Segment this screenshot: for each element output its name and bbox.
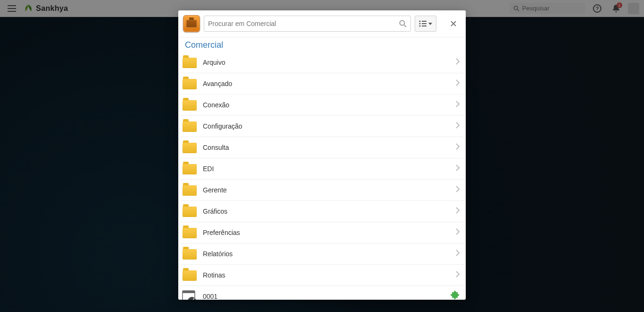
folder-icon [182, 55, 197, 70]
list-item-label: Conexão [203, 101, 450, 109]
breadcrumb: Comercial [178, 37, 466, 52]
view-mode-dropdown[interactable] [415, 16, 436, 32]
list-item-label: Preferências [203, 229, 450, 236]
chevron-right-icon [455, 249, 460, 259]
folder-icon [182, 204, 197, 219]
folder-icon [182, 97, 197, 113]
list-item[interactable]: Rotinas [180, 265, 464, 286]
list-item-label: Avançado [203, 80, 450, 87]
list-item[interactable]: Consulta [180, 137, 464, 158]
list-item-label: Gerente [203, 186, 450, 194]
svg-point-6 [419, 26, 421, 27]
breadcrumb-comercial[interactable]: Comercial [185, 40, 223, 50]
list-item[interactable]: Preferências [180, 222, 464, 243]
list-item[interactable]: EDI [180, 158, 464, 180]
list-item-label: Arquivo [203, 59, 450, 66]
list-item[interactable]: Avançado [180, 73, 464, 95]
svg-point-4 [419, 21, 421, 22]
list-item[interactable]: Gráficos [180, 201, 464, 222]
folder-icon [182, 182, 197, 198]
dashboard-icon [182, 289, 197, 300]
modal-search-input[interactable] [208, 20, 396, 27]
folder-icon [182, 119, 197, 134]
list-item-label: 0001 [203, 293, 445, 300]
chevron-right-icon [455, 143, 460, 152]
folder-icon [182, 76, 197, 91]
caret-down-icon [428, 23, 432, 25]
chevron-right-icon [455, 207, 460, 216]
list-item[interactable]: Configuração [180, 116, 464, 137]
folder-icon [182, 161, 197, 176]
folder-icon [182, 225, 197, 240]
folder-icon [182, 140, 197, 155]
chevron-right-icon [455, 121, 460, 131]
module-comercial-icon [183, 15, 200, 32]
list-item-label: Gráficos [203, 208, 450, 215]
list-item-label: EDI [203, 165, 450, 173]
chevron-right-icon [455, 185, 460, 195]
folder-icon [182, 268, 197, 283]
module-list[interactable]: ArquivoAvançadoConexãoConfiguraçãoConsul… [178, 52, 466, 300]
module-browser-modal: Comercial ArquivoAvançadoConexãoConfigur… [178, 10, 466, 300]
chevron-right-icon [455, 228, 460, 237]
list-item[interactable]: Arquivo [180, 52, 464, 73]
list-item[interactable]: Gerente [180, 180, 464, 201]
close-modal-button[interactable] [447, 17, 460, 30]
svg-point-5 [419, 23, 421, 25]
svg-rect-8 [183, 291, 195, 293]
chevron-right-icon [455, 79, 460, 88]
list-item-label: Relatórios [203, 250, 450, 258]
chevron-right-icon [455, 58, 460, 67]
list-item-label: Configuração [203, 122, 450, 130]
chevron-right-icon [455, 270, 460, 280]
search-icon [399, 20, 407, 27]
list-item[interactable]: Conexão [180, 95, 464, 116]
close-icon [450, 20, 457, 27]
list-item[interactable]: Relatórios [180, 243, 464, 265]
chevron-right-icon [455, 100, 460, 110]
list-item-label: Rotinas [203, 271, 450, 279]
plugin-puzzle-icon [451, 291, 460, 300]
list-item-label: Consulta [203, 144, 450, 151]
list-icon [419, 20, 426, 27]
folder-icon [182, 246, 197, 261]
list-item[interactable]: 0001 [180, 286, 464, 300]
svg-point-3 [400, 21, 405, 26]
chevron-right-icon [455, 164, 460, 173]
modal-search[interactable] [204, 16, 411, 32]
